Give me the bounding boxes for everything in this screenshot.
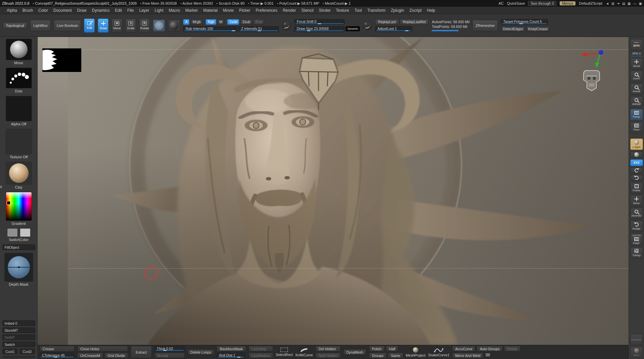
menu-item[interactable]: Color bbox=[36, 8, 51, 13]
current-stroke-thumbnail[interactable] bbox=[6, 68, 32, 88]
current-brush-thumbnail[interactable] bbox=[6, 39, 32, 60]
persp-button[interactable]: Persp bbox=[630, 109, 643, 120]
accept-button[interactable]: Accept bbox=[155, 353, 185, 358]
slider-handle[interactable] bbox=[318, 23, 321, 24]
symmetry-mode-button[interactable] bbox=[630, 151, 643, 158]
target-polygons-slider[interactable]: Target Polygons Count 5 bbox=[501, 19, 548, 25]
menu-item[interactable]: Marker bbox=[183, 8, 201, 13]
topological-button[interactable]: Topological bbox=[3, 22, 27, 29]
depth-mask-widget[interactable] bbox=[4, 253, 33, 282]
crease-button[interactable]: Crease bbox=[40, 346, 75, 352]
split-hidden-button[interactable]: Split Hidden bbox=[315, 353, 341, 358]
menu-item[interactable]: Movie bbox=[220, 8, 237, 13]
mrgb-toggle[interactable]: Mrgb bbox=[190, 19, 203, 25]
auto-groups-button[interactable]: Auto Groups bbox=[477, 346, 503, 352]
dynamic-badge[interactable]: Dynamic bbox=[346, 26, 359, 31]
stencil-preview[interactable] bbox=[42, 48, 81, 72]
secondary-color-swatch[interactable] bbox=[20, 228, 31, 237]
draw-size-slider[interactable]: Draw Size 23.30558 bbox=[294, 26, 345, 32]
focal-shift-slider[interactable]: Focal Shift 0 bbox=[294, 19, 345, 25]
menu-item[interactable]: Document bbox=[51, 8, 75, 13]
same-button[interactable]: Same bbox=[388, 353, 403, 358]
cust2-button[interactable]: Cust2 bbox=[19, 349, 35, 354]
grid-divide-button[interactable]: Grid Divide bbox=[104, 353, 128, 358]
menu-item[interactable]: Help bbox=[424, 8, 438, 13]
imbed-slider[interactable]: Imbed 0 bbox=[2, 320, 35, 326]
palette-collapse-arrow[interactable] bbox=[0, 185, 2, 189]
rotate-button[interactable]: R Rotate bbox=[139, 18, 150, 33]
zsub-toggle[interactable]: Zsub bbox=[240, 19, 252, 25]
color-picker[interactable] bbox=[6, 192, 32, 221]
scale-button[interactable]: S Scale bbox=[125, 18, 136, 33]
groups-button[interactable]: Groups bbox=[369, 353, 386, 358]
spin-cw-button[interactable] bbox=[630, 175, 643, 181]
del-hidden-button[interactable]: Del Hidden bbox=[315, 346, 341, 352]
lazy-step-button[interactable]: LazyStep bbox=[249, 346, 273, 352]
bpr-button[interactable]: BPR bbox=[630, 39, 643, 50]
solo-button[interactable]: Solo bbox=[630, 347, 643, 358]
transparency-button[interactable]: Transp bbox=[630, 247, 643, 258]
panel-grid-icon[interactable]: ▦ bbox=[628, 2, 631, 5]
menu-item[interactable]: Texture bbox=[333, 8, 352, 13]
del-mt-button[interactable]: DelMT bbox=[2, 334, 35, 340]
current-color-swatch[interactable] bbox=[7, 201, 10, 205]
replay-last-button[interactable]: ReplayLast bbox=[375, 19, 399, 25]
spin-ccw-button[interactable] bbox=[630, 167, 643, 173]
floor-button[interactable]: Floor bbox=[630, 122, 643, 133]
forward-arrow-icon[interactable]: ➔ bbox=[617, 2, 619, 5]
backface-mask-button[interactable]: BackfaceMask bbox=[217, 346, 246, 352]
zoom3d-button[interactable]: Zoom3D bbox=[630, 208, 643, 219]
menu-item[interactable]: Macro bbox=[166, 8, 182, 13]
brush-preview-button[interactable] bbox=[153, 19, 165, 32]
slider-handle[interactable] bbox=[307, 30, 310, 31]
menu-item[interactable]: Edit bbox=[112, 8, 125, 13]
minimize-icon[interactable]: — bbox=[633, 2, 637, 5]
menu-item[interactable]: Stroke bbox=[316, 8, 333, 13]
local-symmetry-button[interactable]: L.Sym bbox=[630, 138, 643, 150]
switch-mt-button[interactable]: Switch bbox=[2, 342, 35, 347]
slider-handle[interactable] bbox=[163, 350, 167, 351]
mesh-project-button[interactable]: MeshProject bbox=[406, 347, 425, 357]
switch-color-swatches[interactable] bbox=[7, 228, 31, 237]
rgb-intensity-slider[interactable]: Rgb Intensity 100 bbox=[183, 26, 238, 32]
menu-item[interactable]: File bbox=[125, 8, 136, 13]
snake-curve-button[interactable]: SnakeCurve1 bbox=[428, 348, 449, 357]
default-zscript-button[interactable]: DefaultZScript bbox=[579, 1, 602, 5]
menu-item[interactable]: Zplugin bbox=[388, 8, 406, 13]
menu-item[interactable]: Zscript bbox=[407, 8, 424, 13]
menu-item[interactable]: Brush bbox=[20, 8, 36, 13]
menu-item[interactable]: Dynamics bbox=[89, 8, 112, 13]
slider-handle[interactable] bbox=[54, 357, 57, 358]
panel-left-icon[interactable]: ▤ bbox=[622, 2, 625, 5]
menu-item[interactable]: Transform bbox=[364, 8, 388, 13]
slider-handle[interactable] bbox=[405, 30, 409, 31]
menu-item[interactable]: Draw bbox=[74, 8, 89, 13]
live-boolean-button[interactable]: Live Boolean bbox=[54, 20, 81, 31]
select-rect-button[interactable]: SelectRect bbox=[276, 348, 293, 357]
polish-button[interactable]: Polish bbox=[369, 346, 385, 352]
roll-dist-slider[interactable]: Roll Dist 1 bbox=[217, 353, 245, 358]
mirror-and-weld-button[interactable]: Mirror And Weld bbox=[452, 353, 483, 358]
cust1-button[interactable]: Cust1 bbox=[2, 349, 18, 354]
zcut-toggle[interactable]: Zcut bbox=[253, 19, 264, 25]
mirror-weld-menu-handle[interactable] bbox=[485, 353, 491, 357]
spix-slider[interactable]: SPix 3 bbox=[630, 52, 643, 56]
extract-button[interactable]: Extract bbox=[131, 346, 152, 358]
menu-item[interactable]: Picker bbox=[237, 8, 253, 13]
dynamesh-button[interactable]: DynaMesh bbox=[343, 349, 366, 355]
layout-grid-icon[interactable]: ▥ bbox=[611, 2, 614, 5]
move-button[interactable]: M Move bbox=[112, 18, 122, 33]
slider-handle[interactable] bbox=[232, 30, 235, 31]
camera-head-widget[interactable] bbox=[582, 69, 602, 97]
dynamic-persp-button[interactable]: Dynamic bbox=[630, 334, 643, 345]
keep-crease-button[interactable]: KeepCrease bbox=[526, 26, 550, 32]
slider-handle[interactable] bbox=[258, 30, 261, 31]
lazy-radius-button[interactable]: LazyRadius bbox=[249, 353, 273, 358]
rgb-toggle[interactable]: Rgb bbox=[206, 19, 216, 25]
delete-button[interactable]: Delete bbox=[504, 346, 520, 352]
frame-button[interactable]: Frame bbox=[630, 182, 643, 194]
maximize-icon[interactable]: ▣ bbox=[639, 2, 642, 5]
replay-last-rel-button[interactable]: ReplayLastRel bbox=[400, 19, 429, 25]
adjust-last-slider[interactable]: AdjustLast 1 bbox=[375, 26, 412, 32]
current-texture-thumbnail[interactable] bbox=[6, 129, 32, 154]
